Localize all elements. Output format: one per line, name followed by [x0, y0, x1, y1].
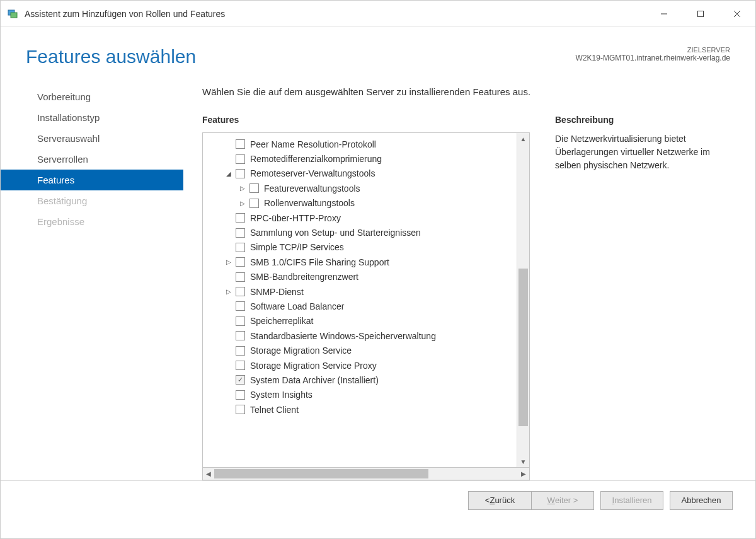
wizard-step[interactable]: Serverauswahl: [1, 128, 183, 149]
feature-checkbox[interactable]: [236, 257, 245, 267]
feature-label: Remotedifferenzialkomprimierung: [250, 154, 382, 164]
maximize-button[interactable]: [682, 1, 719, 26]
feature-item[interactable]: ▷Software Load Balancer: [207, 299, 517, 313]
tree-expand-icon[interactable]: ▷: [224, 288, 233, 295]
feature-checkbox[interactable]: [249, 199, 259, 208]
target-server-info: ZIELSERVER W2K19-MGMT01.intranet.rheinwe…: [576, 46, 730, 62]
feature-label: Remoteserver-Verwaltungstools: [250, 168, 375, 178]
feature-label: Standardbasierte Windows-Speicherverwalt…: [250, 331, 436, 341]
feature-label: Peer Name Resolution-Protokoll: [250, 139, 376, 149]
description-column: Beschreibung Die Netzwerkvirtualisierung…: [555, 115, 730, 480]
wizard-step[interactable]: Vorbereitung: [1, 86, 183, 107]
feature-label: Sammlung von Setup- und Startereignissen: [250, 228, 421, 238]
install-button[interactable]: Installieren: [600, 491, 663, 510]
wizard-main: Wählen Sie die auf dem ausgewählten Serv…: [183, 80, 730, 480]
feature-label: Speicherreplikat: [250, 316, 313, 326]
back-button[interactable]: < Zurück: [468, 491, 531, 510]
feature-item[interactable]: ▷RPC-über-HTTP-Proxy: [207, 211, 517, 225]
feature-checkbox[interactable]: [236, 331, 245, 340]
target-server-label: ZIELSERVER: [576, 46, 730, 54]
feature-checkbox[interactable]: [236, 301, 245, 311]
scroll-right-arrow-icon[interactable]: ▶: [518, 470, 529, 477]
feature-checkbox[interactable]: [236, 243, 245, 252]
feature-checkbox[interactable]: [236, 316, 245, 326]
target-server-value: W2K19-MGMT01.intranet.rheinwerk-verlag.d…: [576, 54, 730, 62]
nav-button-group: < Zurück Weiter >: [468, 491, 594, 510]
feature-item[interactable]: ▷Sammlung von Setup- und Startereignisse…: [207, 225, 517, 240]
feature-checkbox[interactable]: [249, 183, 259, 193]
feature-item[interactable]: ▷SMB-Bandbreitengrenzwert: [207, 270, 517, 284]
feature-item[interactable]: ▷Featureverwaltungstools: [207, 181, 517, 195]
feature-item[interactable]: ◢Remoteserver-Verwaltungstools: [207, 166, 517, 181]
feature-item[interactable]: ▷Telnet Client: [207, 402, 517, 417]
wizard-body: VorbereitungInstallationstypServerauswah…: [1, 80, 755, 480]
window-controls: [646, 1, 755, 26]
server-manager-icon: [7, 8, 18, 20]
feature-item[interactable]: ▷SNMP-Dienst: [207, 284, 517, 299]
horizontal-scrollbar[interactable]: ◀ ▶: [202, 468, 530, 480]
minimize-button[interactable]: [646, 1, 682, 26]
feature-label: SNMP-Dienst: [250, 287, 304, 297]
features-tree-viewport[interactable]: ▷Peer Name Resolution-Protokoll▷Remotedi…: [203, 133, 517, 467]
feature-checkbox[interactable]: [236, 346, 245, 356]
titlebar: Assistent zum Hinzufügen von Rollen und …: [1, 1, 755, 27]
close-button[interactable]: [719, 1, 755, 26]
content-columns: Features ▷Peer Name Resolution-Protokoll…: [202, 115, 730, 480]
wizard-step[interactable]: Serverrollen: [1, 149, 183, 170]
wizard-step[interactable]: Installationstyp: [1, 107, 183, 128]
tree-expand-icon[interactable]: ▷: [224, 258, 233, 265]
feature-checkbox[interactable]: [236, 169, 245, 178]
cancel-button[interactable]: Abbrechen: [670, 491, 733, 510]
tree-expand-icon[interactable]: ▷: [238, 200, 247, 207]
vertical-scroll-thumb[interactable]: [518, 269, 528, 426]
scroll-down-arrow-icon[interactable]: ▼: [517, 456, 529, 467]
scroll-left-arrow-icon[interactable]: ◀: [203, 470, 214, 477]
feature-label: System Data Archiver (Installiert): [250, 375, 379, 385]
horizontal-scroll-thumb[interactable]: [214, 469, 428, 478]
wizard-steps-sidebar: VorbereitungInstallationstypServerauswah…: [1, 80, 183, 480]
feature-label: RPC-über-HTTP-Proxy: [250, 213, 341, 223]
feature-checkbox[interactable]: [236, 287, 245, 296]
features-column: Features ▷Peer Name Resolution-Protokoll…: [202, 115, 530, 480]
feature-label: SMB-Bandbreitengrenzwert: [250, 272, 358, 282]
feature-item[interactable]: ▷Peer Name Resolution-Protokoll: [207, 137, 517, 151]
wizard-step: Ergebnisse: [1, 211, 183, 232]
feature-item[interactable]: ▷Standardbasierte Windows-Speicherverwal…: [207, 328, 517, 343]
feature-item[interactable]: ▷Rollenverwaltungstools: [207, 196, 517, 211]
tree-collapse-icon[interactable]: ◢: [224, 170, 233, 177]
feature-item[interactable]: ▷Simple TCP/IP Services: [207, 240, 517, 255]
feature-label: SMB 1.0/CIFS File Sharing Support: [250, 257, 389, 267]
next-button[interactable]: Weiter >: [531, 491, 594, 510]
feature-checkbox[interactable]: [236, 361, 245, 370]
wizard-step: Bestätigung: [1, 190, 183, 211]
wizard-step[interactable]: Features: [1, 170, 183, 190]
feature-item[interactable]: ▷SMB 1.0/CIFS File Sharing Support: [207, 255, 517, 269]
scroll-up-arrow-icon[interactable]: ▲: [517, 133, 529, 144]
feature-checkbox[interactable]: [236, 213, 245, 223]
feature-item[interactable]: ▷Speicherreplikat: [207, 314, 517, 328]
feature-checkbox[interactable]: [236, 139, 245, 149]
feature-label: Rollenverwaltungstools: [264, 198, 355, 208]
wizard-footer: < Zurück Weiter > Installieren Abbrechen: [1, 480, 755, 519]
feature-checkbox[interactable]: [236, 375, 245, 385]
vertical-scrollbar[interactable]: ▲ ▼: [517, 133, 529, 467]
svg-rect-3: [698, 11, 704, 16]
feature-item[interactable]: ▷Remotedifferenzialkomprimierung: [207, 151, 517, 166]
feature-checkbox[interactable]: [236, 272, 245, 282]
feature-label: Software Load Balancer: [250, 301, 344, 311]
wizard-header: Features auswählen ZIELSERVER W2K19-MGMT…: [1, 27, 755, 80]
feature-checkbox[interactable]: [236, 390, 245, 400]
feature-checkbox[interactable]: [236, 154, 245, 164]
feature-checkbox[interactable]: [236, 405, 245, 414]
feature-checkbox[interactable]: [236, 228, 245, 238]
feature-item[interactable]: ▷System Insights: [207, 388, 517, 402]
feature-item[interactable]: ▷Storage Migration Service: [207, 343, 517, 357]
feature-item[interactable]: ▷System Data Archiver (Installiert): [207, 373, 517, 387]
instruction-text: Wählen Sie die auf dem ausgewählten Serv…: [202, 86, 730, 97]
feature-label: Telnet Client: [250, 405, 299, 415]
page-title: Features auswählen: [26, 46, 196, 67]
feature-item[interactable]: ▷Storage Migration Service Proxy: [207, 358, 517, 373]
features-tree: ▷Peer Name Resolution-Protokoll▷Remotedi…: [202, 132, 530, 468]
tree-expand-icon[interactable]: ▷: [238, 185, 247, 192]
feature-label: Storage Migration Service Proxy: [250, 361, 377, 371]
